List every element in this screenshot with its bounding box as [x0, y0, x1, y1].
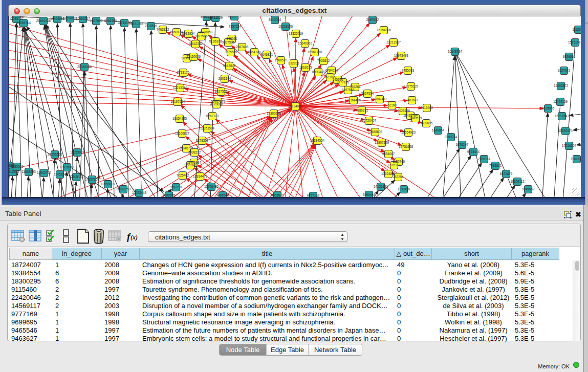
svg-text:1145194: 1145194	[54, 172, 67, 176]
svg-text:2087652: 2087652	[366, 18, 379, 21]
svg-text:9389234: 9389234	[445, 135, 458, 139]
svg-text:8186328: 8186328	[209, 39, 222, 43]
svg-text:16154808: 16154808	[377, 28, 391, 32]
svg-text:17016504: 17016504	[562, 144, 577, 147]
svg-text:19756928: 19756928	[399, 145, 413, 148]
svg-text:20691406: 20691406	[36, 19, 51, 23]
svg-text:12444159: 12444159	[553, 100, 568, 103]
svg-text:6794024: 6794024	[325, 69, 338, 72]
svg-text:8454749: 8454749	[248, 50, 261, 54]
svg-text:16543342: 16543342	[188, 42, 203, 46]
svg-text:11568293: 11568293	[21, 170, 36, 173]
svg-text:1527602: 1527602	[90, 19, 103, 23]
svg-text:4170003: 4170003	[210, 102, 223, 106]
svg-text:19654923: 19654923	[401, 130, 416, 134]
svg-text:12023448: 12023448	[132, 191, 147, 194]
svg-text:20364436: 20364436	[346, 98, 361, 102]
svg-text:10654112: 10654112	[510, 180, 525, 183]
svg-text:14055714: 14055714	[16, 21, 31, 25]
svg-text:8813054: 8813054	[269, 18, 281, 21]
svg-text:62160: 62160	[387, 103, 397, 107]
svg-text:9245652: 9245652	[522, 187, 535, 191]
svg-text:9146821: 9146821	[260, 53, 273, 56]
svg-text:2718176: 2718176	[177, 71, 190, 74]
svg-text:16033809: 16033809	[208, 16, 223, 19]
svg-text:1733426: 1733426	[398, 187, 410, 191]
svg-text:10655267: 10655267	[76, 17, 91, 20]
svg-text:8471676: 8471676	[500, 172, 513, 176]
svg-text:1167534: 1167534	[571, 157, 581, 161]
svg-text:7485063: 7485063	[402, 69, 415, 72]
svg-text:16210643: 16210643	[555, 114, 570, 118]
svg-text:15692971: 15692971	[558, 129, 573, 133]
svg-text:8910275: 8910275	[228, 16, 241, 18]
svg-text:18226058: 18226058	[198, 30, 213, 34]
svg-text:18724007: 18724007	[288, 104, 303, 108]
svg-text:1615112: 1615112	[388, 163, 401, 167]
svg-text:8878352: 8878352	[196, 139, 209, 142]
svg-text:15706485: 15706485	[204, 185, 219, 188]
svg-text:7632621: 7632621	[489, 164, 502, 167]
svg-text:6497568: 6497568	[342, 88, 355, 92]
svg-text:8215955: 8215955	[542, 106, 555, 110]
svg-text:12975115: 12975115	[404, 84, 418, 88]
svg-text:8267110: 8267110	[206, 114, 219, 118]
svg-text:12213967: 12213967	[386, 40, 401, 44]
svg-text:19166827: 19166827	[175, 132, 190, 135]
svg-text:9115460: 9115460	[421, 106, 433, 110]
svg-text:7515526: 7515526	[145, 24, 158, 28]
svg-text:9465546: 9465546	[216, 193, 229, 197]
svg-text:9657791: 9657791	[170, 185, 183, 189]
svg-text:1649579: 1649579	[409, 116, 422, 120]
svg-text:22420046: 22420046	[186, 55, 201, 58]
svg-text:12505135: 12505135	[69, 175, 84, 179]
svg-text:3624554: 3624554	[361, 92, 374, 95]
svg-text:19384554: 19384554	[310, 139, 325, 142]
svg-text:20053346: 20053346	[77, 65, 92, 69]
svg-text:9227342: 9227342	[558, 69, 571, 72]
svg-text:2803144: 2803144	[219, 77, 231, 80]
svg-text:10046736: 10046736	[179, 146, 194, 150]
svg-text:10973493: 10973493	[394, 54, 409, 57]
svg-text:9699695: 9699695	[420, 121, 433, 125]
svg-text:17359924: 17359924	[70, 150, 85, 154]
svg-text:10958107: 10958107	[101, 182, 116, 186]
svg-text:2867608: 2867608	[236, 45, 249, 49]
svg-text:16640910: 16640910	[298, 41, 313, 45]
svg-text:7357224: 7357224	[229, 25, 242, 28]
svg-text:12093872: 12093872	[554, 84, 569, 87]
svg-text:7886372: 7886372	[356, 108, 368, 112]
svg-text:16961758: 16961758	[308, 50, 322, 54]
svg-text:7385061: 7385061	[11, 165, 24, 168]
svg-text:9329966: 9329966	[563, 55, 576, 58]
svg-text:12353594: 12353594	[200, 126, 215, 130]
svg-text:10025458: 10025458	[396, 109, 410, 113]
svg-text:9327506: 9327506	[195, 34, 208, 38]
svg-text:3675685: 3675685	[225, 50, 237, 54]
svg-text:9463627: 9463627	[271, 193, 284, 197]
svg-text:546021: 546021	[226, 37, 237, 40]
svg-text:6879197: 6879197	[456, 143, 469, 146]
svg-text:1112345: 1112345	[572, 28, 581, 31]
svg-text:16914479: 16914479	[193, 174, 208, 178]
svg-text:9327505: 9327505	[222, 40, 235, 44]
svg-text:8990448: 8990448	[363, 193, 376, 196]
svg-text:16782759: 16782759	[116, 187, 131, 191]
svg-text:1120746: 1120746	[393, 160, 405, 163]
svg-text:17957253: 17957253	[85, 178, 100, 181]
svg-text:18300295: 18300295	[267, 112, 281, 115]
svg-text:832203: 832203	[288, 61, 299, 65]
svg-text:1640954: 1640954	[432, 128, 445, 132]
svg-text:19218506: 19218506	[278, 25, 293, 28]
svg-text:9777169: 9777169	[337, 80, 350, 84]
svg-text:13325419: 13325419	[289, 32, 303, 35]
svg-text:7955812: 7955812	[317, 59, 330, 62]
svg-text:12942737: 12942737	[37, 171, 52, 174]
svg-text:2935114: 2935114	[478, 157, 491, 161]
svg-text:19654925: 19654925	[172, 117, 187, 120]
svg-text:3498222: 3498222	[188, 150, 201, 154]
svg-text:15751074: 15751074	[568, 40, 581, 44]
svg-text:10688609: 10688609	[368, 130, 383, 134]
svg-text:10975867: 10975867	[60, 165, 75, 169]
svg-text:9777169: 9777169	[307, 194, 320, 197]
